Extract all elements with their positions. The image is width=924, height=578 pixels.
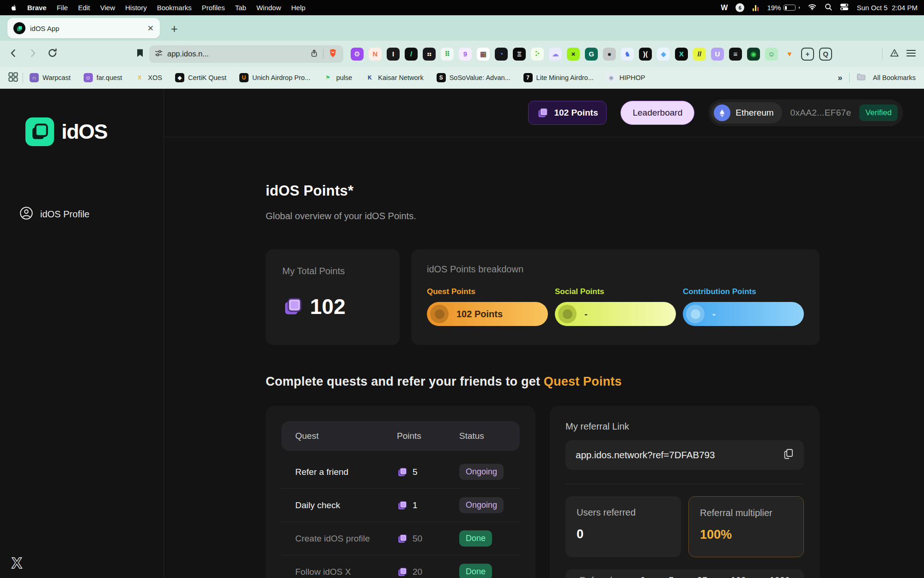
extension-icon[interactable]: ☺ — [765, 48, 778, 61]
menu-clock[interactable]: Sun Oct 5 2:04 PM — [857, 4, 918, 12]
spotlight-search-icon[interactable] — [825, 3, 832, 12]
quest-name: Daily check — [295, 500, 397, 510]
bookmark-item[interactable]: K Kaisar Network — [365, 73, 423, 82]
wifi-icon[interactable] — [808, 4, 816, 12]
bookmark-item[interactable]: 7 Lite Mining Airdro... — [523, 73, 594, 82]
extension-icon[interactable]: × — [567, 48, 580, 61]
extension-icon[interactable]: ⠶ — [423, 48, 436, 61]
menu-item[interactable]: Help — [286, 4, 310, 12]
bookmark-item[interactable]: ☺ far.quest — [84, 73, 122, 82]
bookmarks-overflow-chevron[interactable]: » — [838, 73, 842, 83]
table-row[interactable]: Refer a friend 5 Ongoing — [281, 455, 520, 489]
share-icon[interactable] — [310, 49, 318, 60]
menu-item[interactable]: Edit — [73, 4, 95, 12]
table-row[interactable]: Daily check 1 Ongoing — [281, 489, 520, 522]
wave-app-icon[interactable]: W — [721, 4, 727, 12]
site-settings-icon[interactable] — [155, 49, 163, 59]
apps-grid-icon[interactable] — [8, 72, 18, 83]
bookmark-favicon: K — [365, 73, 374, 82]
menu-items: BraveFileEditViewHistoryBookmarksProfile… — [22, 4, 310, 12]
tab-idos-app[interactable]: idOS App ✕ — [7, 18, 160, 38]
idos-favicon — [13, 22, 25, 34]
browser-menu-icon[interactable] — [906, 49, 916, 59]
points-pill: - — [683, 302, 804, 326]
status-badge: Done — [459, 564, 492, 578]
referral-tiers-row: Referrals 05251001000 — [565, 569, 804, 578]
sidebar-item-idos-profile[interactable]: idOS Profile — [19, 206, 164, 222]
address-bar[interactable]: app.idos.n... — [149, 45, 343, 63]
extension-icon[interactable]: Q — [819, 48, 832, 61]
menu-item[interactable]: History — [120, 4, 152, 12]
extension-icon[interactable]: ♞ — [621, 48, 634, 61]
url-text[interactable]: app.idos.n... — [167, 49, 305, 58]
bookmark-item[interactable]: ⚑ pulse — [323, 73, 353, 82]
extension-icon[interactable]: Ξ — [513, 48, 526, 61]
bookmark-item[interactable]: ◆ CertiK Quest — [175, 73, 226, 82]
points-cube-icon — [397, 467, 408, 478]
table-row[interactable]: Follow idOS X 20 Done — [281, 555, 520, 578]
extension-icon[interactable]: ≡ — [729, 48, 742, 61]
signal-bars-icon[interactable] — [753, 5, 759, 11]
extension-icon[interactable]: ⠿ — [441, 48, 454, 61]
extension-icon[interactable]: ⚙ — [351, 48, 364, 61]
extension-icon[interactable]: ◆ — [657, 48, 670, 61]
brave-rewards-icon[interactable] — [890, 49, 899, 59]
points-breakdown-card: idOS Points breakdown Quest Points 102 P… — [411, 249, 820, 345]
menu-item[interactable]: Bookmarks — [152, 4, 197, 12]
extension-icon[interactable]: ☁ — [549, 48, 562, 61]
quest-points: 50 — [397, 533, 459, 544]
extension-icon[interactable]: ⠕ — [531, 48, 544, 61]
extension-icon[interactable]: + — [801, 48, 814, 61]
bookmark-item[interactable]: S SoSoValue: Advan... — [437, 73, 511, 82]
referral-link-box[interactable]: app.idos.network?ref=7DFAB793 — [565, 440, 804, 470]
back-button[interactable] — [8, 48, 18, 60]
menu-item[interactable]: View — [95, 4, 120, 12]
idos-logo[interactable]: idOS — [25, 117, 164, 146]
tab-close-icon[interactable]: ✕ — [147, 25, 154, 32]
wallet-address[interactable]: 0xAA2...EF67e — [790, 108, 851, 118]
extension-icon[interactable]: ▦ — [477, 48, 490, 61]
bookmark-item[interactable]: X XOS — [135, 73, 162, 82]
table-row[interactable]: Create idOS profile 50 Done — [281, 522, 520, 555]
pill-cap — [430, 305, 449, 323]
extension-icon[interactable]: )( — [639, 48, 652, 61]
notification-count-icon[interactable]: 6 — [736, 3, 744, 12]
apple-menu-icon[interactable] — [10, 3, 18, 12]
extension-icon[interactable]: ◔ — [495, 48, 508, 61]
bookmark-page-icon[interactable] — [135, 48, 145, 60]
extension-icon[interactable]: ▼ — [783, 48, 796, 61]
extension-icon[interactable]: I — [387, 48, 400, 61]
extension-icon[interactable]: // — [693, 48, 706, 61]
extension-icon[interactable]: X — [675, 48, 688, 61]
points-badge[interactable]: 102 Points — [528, 101, 607, 125]
menu-item[interactable]: File — [52, 4, 73, 12]
bookmark-item[interactable]: ∩ Warpcast — [30, 73, 71, 82]
pill-cap — [686, 305, 705, 323]
extension-icon[interactable]: G — [585, 48, 598, 61]
menu-item[interactable]: Tab — [230, 4, 251, 12]
control-center-icon[interactable] — [840, 3, 848, 12]
extension-icon[interactable]: 9 — [459, 48, 472, 61]
copy-icon[interactable] — [784, 449, 794, 462]
bookmark-item[interactable]: ◉ HIPHOP — [607, 73, 645, 82]
leaderboard-button[interactable]: Leaderboard — [620, 101, 694, 125]
bookmark-item[interactable]: U Unich Airdrop Pro... — [239, 73, 310, 82]
forward-button[interactable] — [28, 48, 38, 60]
menu-item[interactable]: Profiles — [197, 4, 230, 12]
extension-icon[interactable]: N — [369, 48, 382, 61]
x-twitter-icon[interactable]: X — [8, 553, 28, 574]
brave-shields-icon[interactable] — [328, 48, 338, 60]
menu-item[interactable]: Brave — [22, 4, 52, 12]
network-selector[interactable]: Ethereum — [711, 102, 782, 123]
extension-icon[interactable]: ◉ — [747, 48, 760, 61]
extension-icon[interactable]: U — [711, 48, 724, 61]
extension-icon[interactable]: / — [405, 48, 418, 61]
menu-item[interactable]: Window — [251, 4, 286, 12]
all-bookmarks-label[interactable]: All Bookmarks — [873, 74, 916, 81]
extension-icon[interactable]: ● — [603, 48, 616, 61]
new-tab-button[interactable]: + — [171, 23, 178, 35]
reload-button[interactable] — [47, 48, 58, 60]
battery-indicator[interactable]: 19% — [767, 4, 800, 12]
quest-points-value: 20 — [413, 567, 422, 577]
bookmark-favicon: ◆ — [175, 73, 184, 82]
